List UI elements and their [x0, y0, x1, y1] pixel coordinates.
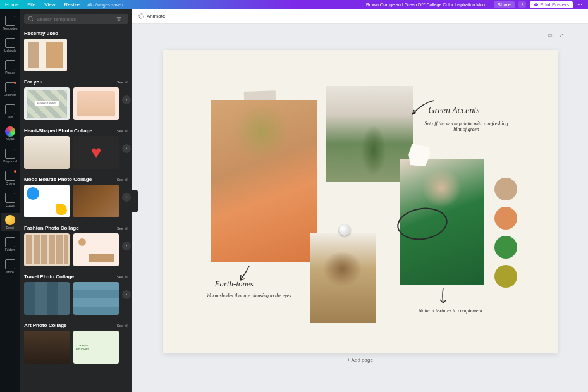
pin-decoration[interactable]: [339, 224, 350, 236]
document-title[interactable]: Brown Orange and Green DIY Collage Color…: [123, 3, 489, 7]
text-green-sub[interactable]: Set off the warm palette with a refreshi…: [421, 121, 512, 132]
canvas-area: Animate ⧉ ⤢: [132, 9, 588, 392]
template-thumb[interactable]: [73, 185, 119, 217]
navrail-text[interactable]: Text: [1, 102, 20, 121]
template-thumb[interactable]: [24, 136, 70, 169]
template-thumb[interactable]: [24, 233, 70, 266]
section-recently-used: Recently used: [24, 30, 128, 71]
scroll-right-icon[interactable]: ›: [122, 95, 131, 104]
color-swatch-tan[interactable]: [494, 178, 517, 200]
navrail-logos[interactable]: Logos: [1, 191, 20, 209]
template-thumb[interactable]: [73, 233, 119, 266]
section-title: Travel Photo Collage: [24, 274, 74, 279]
template-thumb[interactable]: [24, 282, 70, 315]
print-posters-button[interactable]: 🖶 Print Posters: [530, 1, 573, 8]
filter-icon[interactable]: [116, 16, 122, 22]
scroll-right-icon[interactable]: ›: [122, 242, 131, 250]
navrail-label: Text: [7, 115, 13, 119]
arrow-annotation[interactable]: [438, 286, 449, 305]
search-input[interactable]: [37, 16, 116, 22]
navrail-label: Uploads: [4, 49, 16, 52]
navrail-label: Bkground: [3, 159, 16, 163]
animate-icon: [138, 13, 144, 19]
photos-icon: [5, 60, 15, 70]
section-title: Fashion Photo Collage: [24, 225, 79, 231]
text-earth-sub[interactable]: Warm shades that are pleasing to the eye…: [205, 293, 293, 298]
animate-button[interactable]: Animate: [138, 13, 165, 19]
navrail-templates[interactable]: Templates: [1, 14, 20, 32]
scroll-right-icon[interactable]: ›: [122, 144, 131, 153]
section-for-you: For youSee all ›: [24, 79, 128, 120]
navrail-bkground[interactable]: Bkground: [1, 147, 20, 165]
svg-point-0: [28, 16, 32, 20]
color-swatch-olive[interactable]: [494, 265, 517, 288]
svg-point-1: [139, 14, 144, 18]
logos-icon: [5, 193, 15, 203]
see-all-link[interactable]: See all: [117, 324, 128, 328]
text-texture-sub[interactable]: Natural textures to complement: [403, 308, 498, 314]
navrail-uploads[interactable]: Uploads: [1, 36, 20, 54]
scroll-right-icon[interactable]: ›: [122, 193, 131, 202]
see-all-link[interactable]: See all: [117, 226, 128, 230]
template-thumb[interactable]: [73, 136, 119, 169]
design-canvas[interactable]: Green Accents Set off the warm palette w…: [163, 50, 558, 353]
navrail-emoji[interactable]: Emoji: [1, 213, 20, 231]
search-icon: [28, 16, 34, 22]
see-all-link[interactable]: See all: [117, 275, 128, 279]
color-swatch-orange[interactable]: [494, 207, 517, 230]
share-button[interactable]: Share: [494, 1, 515, 8]
menu-home[interactable]: Home: [5, 2, 18, 8]
template-thumb[interactable]: [73, 87, 119, 120]
photo-woman-palm[interactable]: [211, 100, 317, 262]
nav-rail: TemplatesUploadsPhotosGraphicsTextStyles…: [0, 9, 20, 392]
navrail-graphics[interactable]: Graphics: [1, 80, 20, 99]
template-thumb[interactable]: [24, 185, 70, 217]
menu-view[interactable]: View: [44, 2, 55, 8]
section-heart-shaped: Heart-Shaped Photo CollageSee all ›: [24, 128, 128, 169]
collapse-panel-button[interactable]: ‹: [132, 190, 138, 212]
see-all-link[interactable]: See all: [117, 178, 128, 181]
text-earth-tones[interactable]: Earth-tones: [215, 279, 254, 289]
template-thumb[interactable]: [24, 331, 70, 364]
background-icon: [5, 149, 15, 159]
save-status: All changes saved: [87, 3, 123, 7]
download-button[interactable]: [518, 1, 526, 8]
color-swatch-green[interactable]: [494, 236, 517, 259]
template-thumb[interactable]: [73, 282, 119, 315]
add-page-button[interactable]: + Add page: [163, 353, 558, 367]
uploads-icon: [5, 38, 15, 48]
navrail-label: Folders: [5, 248, 16, 252]
navrail-folders[interactable]: Folders: [1, 235, 20, 254]
page-options-icon[interactable]: ⤢: [558, 32, 565, 39]
template-thumb[interactable]: [24, 87, 70, 120]
navrail-charts[interactable]: Charts: [1, 169, 20, 187]
section-title: Mood Boards Photo Collage: [24, 176, 92, 182]
template-thumb[interactable]: [73, 331, 119, 364]
section-title: For you: [24, 79, 42, 85]
templates-panel: Recently used For youSee all › Heart-Sha…: [20, 9, 132, 392]
navrail-label: Styles: [6, 137, 15, 141]
scroll-right-icon[interactable]: ›: [122, 290, 131, 299]
menu-file[interactable]: File: [27, 2, 35, 8]
folders-icon: [5, 237, 15, 247]
styles-icon: [5, 126, 15, 137]
navrail-styles[interactable]: Styles: [1, 125, 20, 143]
navrail-label: Charts: [6, 181, 15, 185]
section-title: Art Photo Collage: [24, 322, 67, 328]
section-art: Art Photo CollageSee all: [24, 322, 128, 364]
see-all-link[interactable]: See all: [117, 80, 128, 84]
photo-basket[interactable]: [310, 233, 376, 323]
more-menu-button[interactable]: ⋯: [577, 2, 583, 8]
template-thumb[interactable]: [24, 39, 67, 71]
search-bar[interactable]: [24, 14, 128, 24]
navrail-label: More: [6, 270, 13, 274]
more-icon: [5, 259, 15, 269]
text-green-accents[interactable]: Green Accents: [429, 106, 480, 116]
emoji-icon: [5, 215, 15, 225]
context-toolbar: Animate: [132, 9, 588, 24]
duplicate-page-icon[interactable]: ⧉: [546, 32, 554, 39]
see-all-link[interactable]: See all: [117, 129, 128, 133]
menu-resize[interactable]: Resize: [64, 2, 79, 8]
navrail-more[interactable]: More: [1, 257, 20, 276]
navrail-photos[interactable]: Photos: [1, 58, 20, 77]
